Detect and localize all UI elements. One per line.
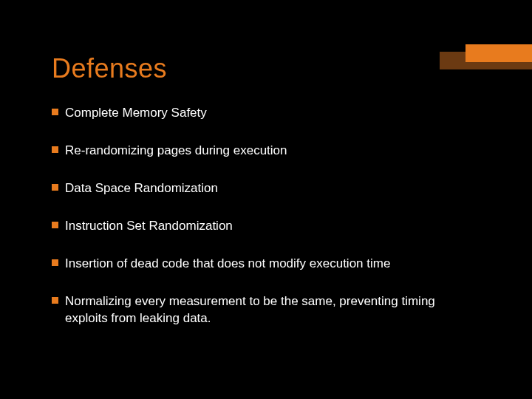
list-item: Insertion of dead code that does not mod… xyxy=(52,256,480,273)
bullet-list: Complete Memory Safety Re-randomizing pa… xyxy=(52,105,480,327)
list-item: Normalizing every measurement to be the … xyxy=(52,293,480,327)
list-item: Instruction Set Randomization xyxy=(52,218,480,235)
slide-container: Defenses Complete Memory Safety Re-rando… xyxy=(0,0,532,399)
list-item: Re-randomizing pages during execution xyxy=(52,143,480,160)
list-item: Data Space Randomization xyxy=(52,180,480,197)
slide-title: Defenses xyxy=(52,53,480,84)
list-item: Complete Memory Safety xyxy=(52,105,480,122)
